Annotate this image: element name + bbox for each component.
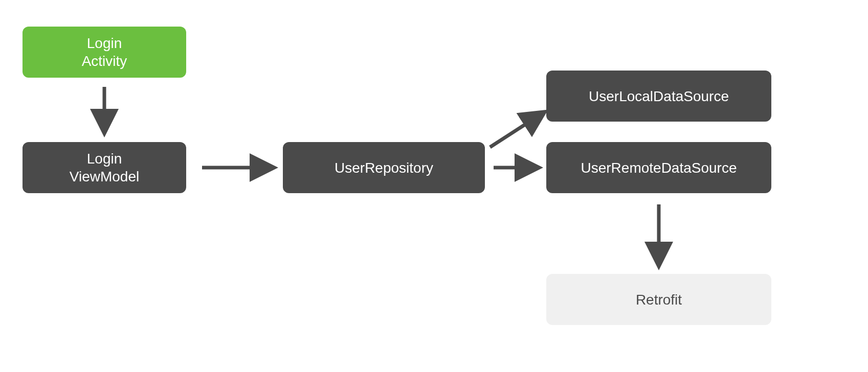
- node-label: Retrofit: [636, 291, 682, 309]
- node-label: UserRepository: [335, 159, 433, 177]
- node-login-activity: Login Activity: [23, 27, 186, 78]
- node-user-remote-ds: UserRemoteDataSource: [546, 142, 771, 193]
- arrow-repository-to-local: [490, 113, 542, 147]
- node-retrofit: Retrofit: [546, 274, 771, 325]
- node-label: UserLocalDataSource: [589, 87, 729, 105]
- node-user-local-ds: UserLocalDataSource: [546, 71, 771, 122]
- node-login-viewmodel: Login ViewModel: [23, 142, 186, 193]
- node-label: Login Activity: [82, 34, 127, 70]
- node-label: UserRemoteDataSource: [581, 159, 737, 177]
- node-user-repository: UserRepository: [283, 142, 485, 193]
- node-label: Login ViewModel: [70, 150, 139, 185]
